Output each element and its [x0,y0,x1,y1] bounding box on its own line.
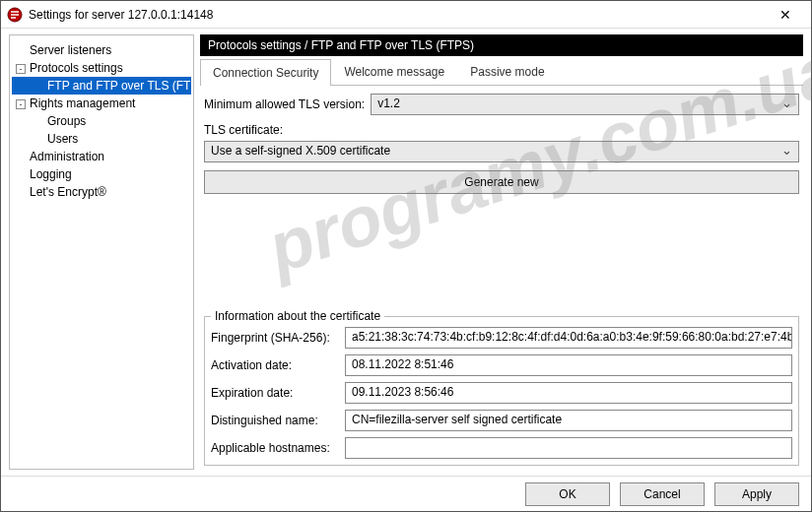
row-tls-cert: TLS certificate: Use a self-signed X.509… [204,123,799,162]
apply-button[interactable]: Apply [714,482,799,506]
ok-button[interactable]: OK [525,482,610,506]
collapse-icon[interactable]: - [16,99,26,109]
tls-cert-label: TLS certificate: [204,123,799,137]
collapse-icon[interactable]: - [16,64,26,74]
row-dn: Distinguished name: CN=filezilla-server … [211,410,792,431]
window-title: Settings for server 127.0.0.1:14148 [29,8,766,22]
row-hostnames: Applicable hostnames: [211,437,792,459]
tree-administration[interactable]: Administration [12,148,191,165]
tab-passive-mode[interactable]: Passive mode [457,58,557,85]
tabs: Connection Security Welcome message Pass… [200,58,803,86]
panel: Minimum allowed TLS version: v1.2 TLS ce… [200,86,803,470]
tree-lets-encrypt[interactable]: Let's Encrypt® [12,183,191,201]
tree-protocols-settings[interactable]: -Protocols settings [12,59,191,77]
row-expiration: Expiration date: 09.11.2023 8:56:46 [211,382,792,404]
tree-server-listeners[interactable]: Server listeners [12,41,191,59]
tree-groups[interactable]: Groups [12,112,191,130]
cancel-button[interactable]: Cancel [620,482,705,506]
tree-logging[interactable]: Logging [12,165,191,183]
activation-field[interactable]: 08.11.2022 8:51:46 [345,354,792,376]
main: Protocols settings / FTP and FTP over TL… [200,34,803,470]
dn-field[interactable]: CN=filezilla-server self signed certific… [345,410,792,431]
tree-label: Rights management [30,96,135,110]
tab-welcome-message[interactable]: Welcome message [331,58,457,85]
breadcrumb: Protocols settings / FTP and FTP over TL… [200,34,803,56]
body: Server listeners -Protocols settings FTP… [1,29,811,476]
row-min-tls: Minimum allowed TLS version: v1.2 [204,94,799,115]
dn-label: Distinguished name: [211,414,339,427]
min-tls-label: Minimum allowed TLS version: [204,97,365,111]
nav-tree: Server listeners -Protocols settings FTP… [9,34,194,470]
tree-users[interactable]: Users [12,130,191,148]
tls-cert-select[interactable]: Use a self-signed X.509 certificate [204,141,799,162]
activation-label: Activation date: [211,358,339,372]
fingerprint-field[interactable]: a5:21:38:3c:74:73:4b:cf:b9:12:8c:4f:df:d… [345,327,792,349]
fingerprint-label: Fingerprint (SHA-256): [211,331,339,345]
tab-connection-security[interactable]: Connection Security [200,59,331,86]
hostnames-field[interactable] [345,437,792,459]
footer: OK Cancel Apply [1,476,811,511]
cert-info-group: Information about the certificate Finger… [204,316,799,466]
close-icon[interactable]: ✕ [766,7,805,23]
min-tls-select[interactable]: v1.2 [371,94,799,115]
tree-rights-management[interactable]: -Rights management [12,95,191,112]
hostnames-label: Applicable hostnames: [211,441,339,455]
row-fingerprint: Fingerprint (SHA-256): a5:21:38:3c:74:73… [211,327,792,349]
titlebar: Settings for server 127.0.0.1:14148 ✕ [1,1,811,29]
tree-ftp-ftps[interactable]: FTP and FTP over TLS (FTPS) [12,77,191,95]
generate-new-button[interactable]: Generate new [204,170,799,194]
tree-label: Protocols settings [30,61,123,75]
app-icon [7,7,23,23]
row-activation: Activation date: 08.11.2022 8:51:46 [211,354,792,376]
spacer [204,202,799,308]
expiration-label: Expiration date: [211,386,339,400]
settings-window: Settings for server 127.0.0.1:14148 ✕ Se… [0,0,812,512]
cert-info-title: Information about the certificate [211,309,384,323]
expiration-field[interactable]: 09.11.2023 8:56:46 [345,382,792,404]
